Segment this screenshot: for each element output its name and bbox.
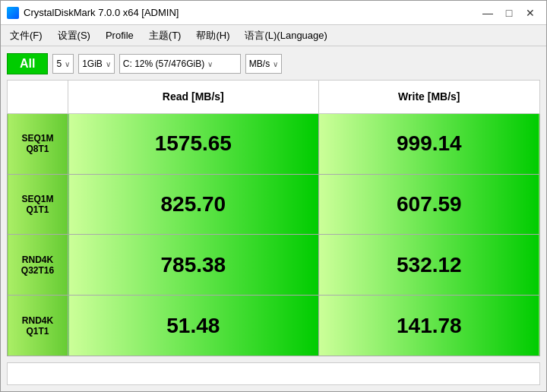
read-value-rnd4k-q32t16: 785.38	[68, 235, 319, 296]
app-window: CrystalDiskMark 7.0.0 x64 [ADMIN] — □ ✕ …	[0, 0, 547, 392]
write-value-rnd4k-q1t1: 141.78	[318, 296, 539, 356]
size-select-arrow: ∨	[106, 60, 111, 68]
size-select[interactable]: 1GiB ∨	[78, 54, 115, 74]
benchmark-table: Read [MB/s] Write [MB/s] SEQ1M Q8T1 1575…	[7, 80, 540, 356]
count-select[interactable]: 5 ∨	[52, 54, 74, 74]
menu-theme[interactable]: 主题(T)	[143, 27, 188, 45]
row-label-seq1m-q1t1: SEQ1M Q1T1	[8, 174, 68, 235]
row-label-rnd4k-q1t1: RND4K Q1T1	[8, 296, 68, 356]
footer-area	[7, 362, 540, 385]
read-value-rnd4k-q1t1: 51.48	[68, 296, 319, 356]
title-bar-controls: — □ ✕	[478, 5, 540, 21]
table-row: SEQ1M Q1T1 825.70 607.59	[8, 174, 540, 235]
main-content: All 5 ∨ 1GiB ∨ C: 12% (57/476GiB) ∨ MB/s…	[1, 46, 546, 391]
drive-select-arrow: ∨	[207, 60, 213, 68]
menu-language[interactable]: 语言(L)(Language)	[239, 27, 333, 45]
count-select-arrow: ∨	[65, 60, 70, 68]
menu-bar: 文件(F) 设置(S) Profile 主题(T) 帮助(H) 语言(L)(La…	[1, 25, 546, 46]
read-value-seq1m-q1t1: 825.70	[68, 174, 319, 235]
menu-help[interactable]: 帮助(H)	[190, 27, 236, 45]
all-button[interactable]: All	[7, 53, 48, 74]
write-value-seq1m-q8t1: 999.14	[318, 113, 539, 174]
unit-select[interactable]: MB/s ∨	[245, 54, 282, 74]
menu-profile[interactable]: Profile	[100, 27, 140, 43]
table-row: RND4K Q32T16 785.38 532.12	[8, 235, 540, 296]
header-read: Read [MB/s]	[68, 81, 319, 114]
write-value-seq1m-q1t1: 607.59	[318, 174, 539, 235]
write-value-rnd4k-q32t16: 532.12	[318, 235, 539, 296]
menu-file[interactable]: 文件(F)	[4, 27, 49, 45]
drive-select[interactable]: C: 12% (57/476GiB) ∨	[119, 54, 241, 74]
table-row: SEQ1M Q8T1 1575.65 999.14	[8, 113, 540, 174]
header-label-cell	[8, 81, 68, 114]
menu-settings[interactable]: 设置(S)	[52, 27, 96, 45]
row-label-seq1m-q8t1: SEQ1M Q8T1	[8, 113, 68, 174]
toolbar: All 5 ∨ 1GiB ∨ C: 12% (57/476GiB) ∨ MB/s…	[7, 52, 540, 75]
window-title: CrystalDiskMark 7.0.0 x64 [ADMIN]	[24, 7, 478, 18]
row-label-rnd4k-q32t16: RND4K Q32T16	[8, 235, 68, 296]
unit-select-arrow: ∨	[273, 60, 278, 68]
read-value-seq1m-q8t1: 1575.65	[68, 113, 319, 174]
table-header-row: Read [MB/s] Write [MB/s]	[8, 81, 540, 114]
close-button[interactable]: ✕	[520, 5, 540, 21]
minimize-button[interactable]: —	[478, 5, 498, 21]
maximize-button[interactable]: □	[499, 5, 519, 21]
title-bar: CrystalDiskMark 7.0.0 x64 [ADMIN] — □ ✕	[1, 1, 546, 25]
app-icon	[7, 7, 19, 19]
header-write: Write [MB/s]	[318, 81, 539, 114]
table-row: RND4K Q1T1 51.48 141.78	[8, 296, 540, 356]
